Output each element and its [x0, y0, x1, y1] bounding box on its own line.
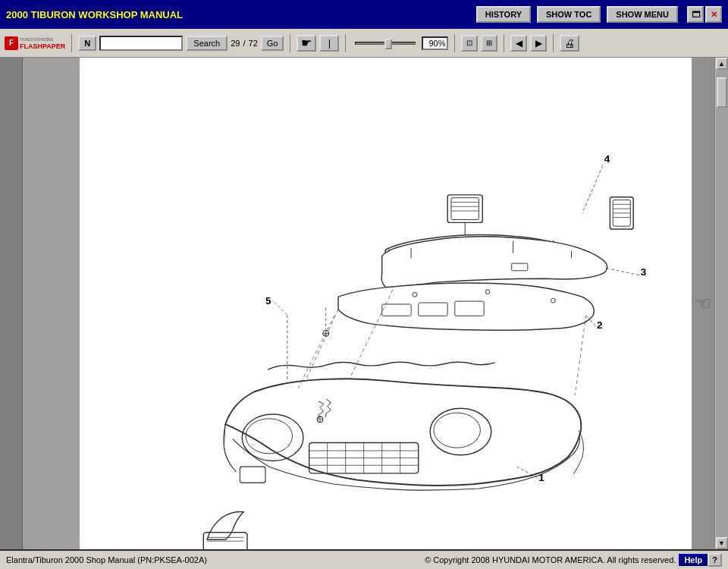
svg-rect-31: [382, 304, 411, 316]
document-area[interactable]: 4 3 2 5 1: [80, 58, 692, 549]
svg-rect-32: [419, 303, 447, 316]
svg-text:5: 5: [265, 295, 271, 307]
title-bar: 2000 TIBURON WORKSHOP MANUAL HISTORY SHO…: [0, 0, 728, 29]
svg-rect-30: [512, 263, 528, 271]
left-margin: [0, 58, 23, 549]
logo-text: macromedia FLASHPAPER: [20, 36, 65, 50]
fp-icon: F: [5, 36, 18, 50]
scrollbar[interactable]: ▲ ▼: [714, 58, 728, 549]
main-area: 4 3 2 5 1: [0, 58, 728, 549]
window-controls: 🗖 ✕: [687, 6, 722, 23]
page-content: 4 3 2 5 1: [80, 58, 692, 549]
total-pages: 72: [249, 39, 258, 48]
svg-text:4: 4: [604, 153, 610, 165]
hand-cursor-icon: ☞: [695, 293, 711, 314]
separator-4: [454, 34, 455, 52]
diagram-svg: 4 3 2 5 1: [80, 58, 692, 549]
side-panel: [23, 58, 80, 549]
search-button[interactable]: Search: [186, 36, 228, 51]
current-page: 29: [231, 39, 240, 48]
menu-button[interactable]: SHOW MENU: [607, 6, 678, 23]
cursor-tool-button[interactable]: |: [319, 35, 339, 52]
svg-text:2: 2: [597, 319, 602, 331]
scroll-down-button[interactable]: ▼: [716, 537, 728, 549]
title-text: 2000 TIBURON WORKSHOP MANUAL: [6, 9, 470, 20]
status-right-text: © Copyright 2008 HYUNDAI MOTOR AMERICA. …: [425, 555, 676, 564]
scroll-thumb[interactable]: [717, 77, 727, 108]
prev-page-button[interactable]: ◀: [510, 35, 527, 52]
svg-text:3: 3: [641, 266, 646, 278]
separator-6: [553, 34, 554, 52]
separator-3: [345, 34, 346, 52]
separator-5: [504, 34, 504, 52]
separator-2: [290, 34, 290, 52]
nav-n-button[interactable]: N: [78, 36, 96, 51]
status-bar: Elantra/Tiburon 2000 Shop Manual (PN:PKS…: [0, 549, 728, 569]
logo-bottom-text: FLASHPAPER: [20, 42, 65, 50]
cursor-area: ☞: [692, 58, 714, 549]
toolbar: F macromedia FLASHPAPER N Search 29 / 72…: [0, 29, 728, 58]
print-button[interactable]: 🖨: [560, 35, 579, 52]
fit-width-button[interactable]: ⊡: [461, 35, 478, 52]
flashpaper-logo: F macromedia FLASHPAPER: [5, 36, 65, 50]
scroll-up-button[interactable]: ▲: [716, 58, 728, 70]
help-button[interactable]: Help: [679, 554, 708, 566]
next-page-button[interactable]: ▶: [530, 35, 547, 52]
hand-tool-button[interactable]: ☛: [297, 35, 316, 52]
zoom-input[interactable]: [422, 36, 448, 50]
logo-top-text: macromedia: [20, 36, 65, 42]
separator-1: [71, 34, 72, 52]
status-left-text: Elantra/Tiburon 2000 Shop Manual (PN:PKS…: [6, 555, 425, 564]
page-separator: /: [243, 39, 245, 48]
go-button[interactable]: Go: [261, 36, 284, 51]
svg-rect-33: [455, 301, 484, 316]
minimize-button[interactable]: 🗖: [687, 6, 704, 23]
close-button[interactable]: ✕: [705, 6, 722, 23]
scroll-track[interactable]: [716, 70, 728, 537]
zoom-slider[interactable]: [355, 42, 416, 45]
toc-button[interactable]: SHOW TOC: [537, 6, 601, 23]
question-button[interactable]: ?: [708, 553, 722, 567]
search-input[interactable]: [99, 36, 183, 51]
part-2-absorber: [338, 283, 594, 330]
fit-page-button[interactable]: ⊞: [481, 35, 497, 52]
zoom-thumb[interactable]: [384, 39, 392, 49]
history-button[interactable]: HISTORY: [476, 6, 531, 23]
